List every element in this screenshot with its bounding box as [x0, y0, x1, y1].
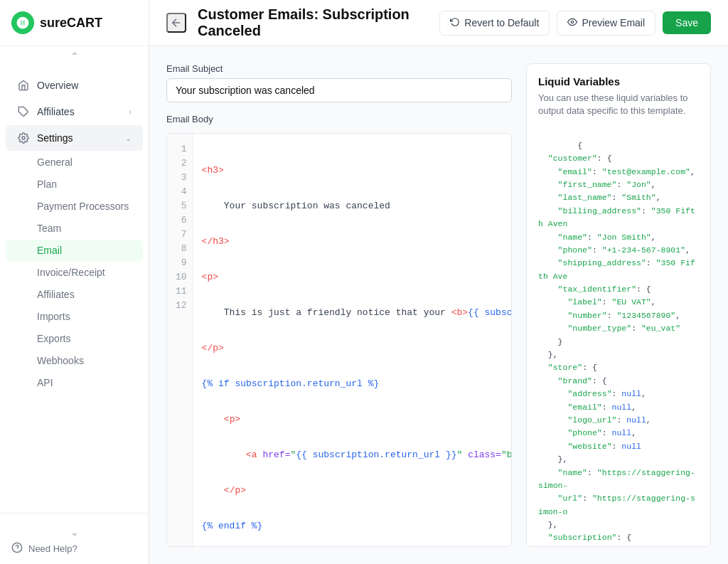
- code-body: 123456789101112 <h3> Your subscription w…: [167, 134, 511, 546]
- sidebar-item-overview[interactable]: Overview: [6, 73, 143, 98]
- revert-label: Revert to Default: [464, 17, 539, 28]
- code-content[interactable]: <h3> Your subscription was canceled </h3…: [193, 134, 511, 546]
- sidebar-item-label: Overview: [37, 80, 78, 91]
- gear-icon: [17, 132, 30, 144]
- scroll-down-btn[interactable]: ⌄: [11, 522, 137, 542]
- subnav-item-plan[interactable]: Plan: [6, 174, 143, 195]
- sidebar-item-affiliates[interactable]: Affiliates ›: [6, 99, 143, 124]
- email-subject-label: Email Subject: [166, 63, 512, 74]
- scroll-up-btn[interactable]: ⌃: [0, 46, 149, 66]
- email-editor-panel: Email Subject Email Body 123456789101112…: [166, 63, 512, 547]
- revert-button[interactable]: Revert to Default: [439, 11, 550, 36]
- svg-point-2: [22, 137, 25, 139]
- content-area: Email Subject Email Body 123456789101112…: [149, 46, 728, 564]
- eye-icon: [567, 17, 577, 29]
- email-subject-field: Email Subject: [166, 63, 512, 102]
- save-button[interactable]: Save: [663, 11, 711, 34]
- code-editor[interactable]: 123456789101112 <h3> Your subscription w…: [166, 133, 512, 547]
- main-content: Customer Emails: Subscription Canceled R…: [149, 0, 728, 564]
- subnav-item-exports[interactable]: Exports: [6, 328, 143, 349]
- sidebar: sureCART ⌃ Overview Affiliates › Setting…: [0, 0, 149, 564]
- line-numbers: 123456789101112: [167, 134, 193, 546]
- logo-text: sureCART: [40, 16, 102, 31]
- liquid-variables-description: You can use these liquid variables to ou…: [538, 92, 699, 117]
- chevron-down-icon: ⌄: [125, 134, 132, 143]
- email-body-label: Email Body: [166, 114, 512, 124]
- need-help-label: Need Help?: [28, 543, 77, 554]
- subnav-item-imports[interactable]: Imports: [6, 306, 143, 327]
- header-actions: Revert to Default Preview Email Save: [439, 11, 711, 36]
- subnav-item-api[interactable]: API: [6, 372, 143, 393]
- sidebar-item-settings[interactable]: Settings ⌄: [6, 125, 143, 151]
- need-help-link[interactable]: Need Help?: [11, 542, 137, 555]
- logo-icon: [11, 11, 34, 34]
- subnav-item-email[interactable]: Email: [6, 240, 143, 261]
- tag-icon: [17, 105, 30, 118]
- subnav-item-team[interactable]: Team: [6, 218, 143, 239]
- sidebar-item-label: Settings: [37, 132, 73, 144]
- subnav-item-general[interactable]: General: [6, 151, 143, 173]
- preview-button[interactable]: Preview Email: [557, 11, 655, 36]
- liquid-variables-code: { "customer": { "email": "test@example.c…: [538, 126, 699, 547]
- svg-point-6: [572, 21, 574, 23]
- sidebar-nav: Overview Affiliates › Settings ⌄ General…: [0, 66, 149, 513]
- page-header: Customer Emails: Subscription Canceled R…: [149, 0, 728, 46]
- liquid-variables-title: Liquid Variables: [538, 75, 699, 87]
- page-title: Customer Emails: Subscription Canceled: [198, 6, 428, 39]
- logo: sureCART: [0, 0, 149, 46]
- subnav-item-payment-processors[interactable]: Payment Processors: [6, 196, 143, 217]
- subnav-item-invoice-receipt[interactable]: Invoice/Receipt: [6, 262, 143, 283]
- help-icon: [11, 542, 23, 555]
- back-button[interactable]: [166, 13, 186, 33]
- email-body-field: Email Body 123456789101112 <h3> Your sub…: [166, 114, 512, 547]
- revert-icon: [450, 17, 460, 29]
- preview-label: Preview Email: [582, 17, 645, 28]
- home-icon: [17, 79, 30, 92]
- settings-subnav: General Plan Payment Processors Team Ema…: [0, 151, 149, 393]
- sidebar-footer: ⌄ Need Help?: [0, 513, 149, 564]
- subnav-item-webhooks[interactable]: Webhooks: [6, 350, 143, 371]
- sidebar-item-label: Affiliates: [37, 106, 75, 117]
- email-subject-input[interactable]: [166, 78, 512, 102]
- liquid-variables-panel: Liquid Variables You can use these liqui…: [526, 63, 711, 547]
- chevron-right-icon: ›: [129, 107, 132, 116]
- subnav-item-affiliates[interactable]: Affiliates: [6, 284, 143, 305]
